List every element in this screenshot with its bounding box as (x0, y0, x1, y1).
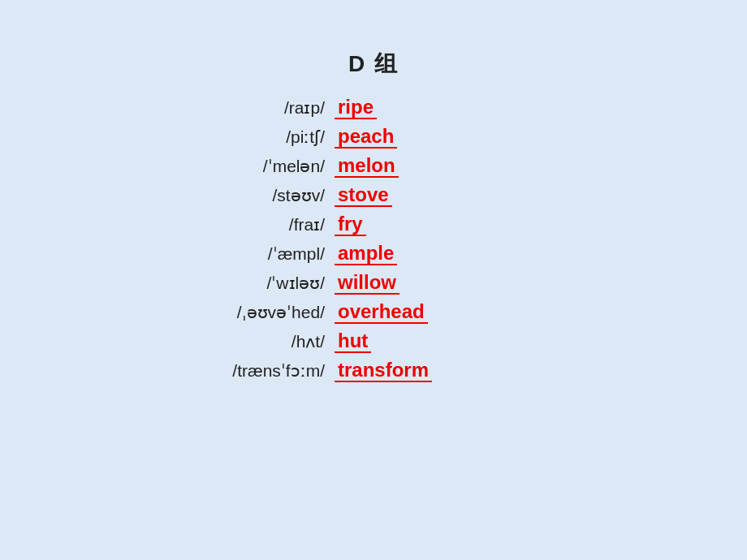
phonetic-8: /hʌt/ (162, 332, 325, 351)
vocab-list: /raɪp/ripe/piːtʃ/peach/ˈmelən/melon/stəʊ… (162, 94, 585, 383)
word-1: peach (335, 125, 397, 147)
main-container: D 组 /raɪp/ripe/piːtʃ/peach/ˈmelən/melon/… (0, 49, 747, 383)
phonetic-3: /stəʊv/ (162, 186, 325, 205)
phonetic-9: /trænsˈfɔːm/ (162, 361, 325, 381)
vocab-row: /trænsˈfɔːm/transform (162, 357, 585, 383)
vocab-row: /fraɪ/fry (162, 211, 585, 237)
vocab-row: /ˈwɪləʊ/willow (162, 269, 585, 295)
phonetic-7: /ˌəʊvəˈhed/ (162, 303, 325, 322)
word-5: ample (335, 242, 397, 264)
word-box-8: hut (335, 330, 371, 352)
word-6: willow (335, 271, 399, 293)
word-0: ripe (335, 96, 377, 118)
word-4: fry (335, 213, 366, 235)
vocab-row: /raɪp/ripe (162, 94, 585, 120)
word-box-0: ripe (335, 96, 377, 118)
word-box-7: overhead (335, 300, 428, 323)
word-box-1: peach (335, 125, 397, 148)
section-title: D 组 (348, 49, 399, 80)
word-box-3: stove (335, 183, 392, 206)
word-7: overhead (335, 300, 428, 322)
phonetic-6: /ˈwɪləʊ/ (162, 274, 325, 293)
phonetic-4: /fraɪ/ (162, 215, 325, 235)
word-box-6: willow (335, 271, 399, 294)
vocab-row: /hʌt/hut (162, 328, 585, 354)
word-box-4: fry (335, 213, 366, 235)
vocab-row: /ˈæmpl/ample (162, 240, 585, 266)
word-9: transform (335, 359, 432, 381)
word-box-5: ample (335, 242, 397, 265)
vocab-row: /ˈmelən/melon (162, 153, 585, 179)
vocab-row: /piːtʃ/peach (162, 123, 585, 149)
word-3: stove (335, 183, 392, 205)
phonetic-0: /raɪp/ (162, 98, 325, 118)
word-8: hut (335, 330, 371, 351)
word-box-2: melon (335, 154, 399, 177)
word-box-9: transform (335, 359, 432, 381)
phonetic-5: /ˈæmpl/ (162, 244, 325, 264)
phonetic-2: /ˈmelən/ (162, 157, 325, 176)
word-2: melon (335, 154, 399, 176)
vocab-row: /stəʊv/stove (162, 182, 585, 208)
phonetic-1: /piːtʃ/ (162, 127, 325, 147)
vocab-row: /ˌəʊvəˈhed/overhead (162, 299, 585, 325)
